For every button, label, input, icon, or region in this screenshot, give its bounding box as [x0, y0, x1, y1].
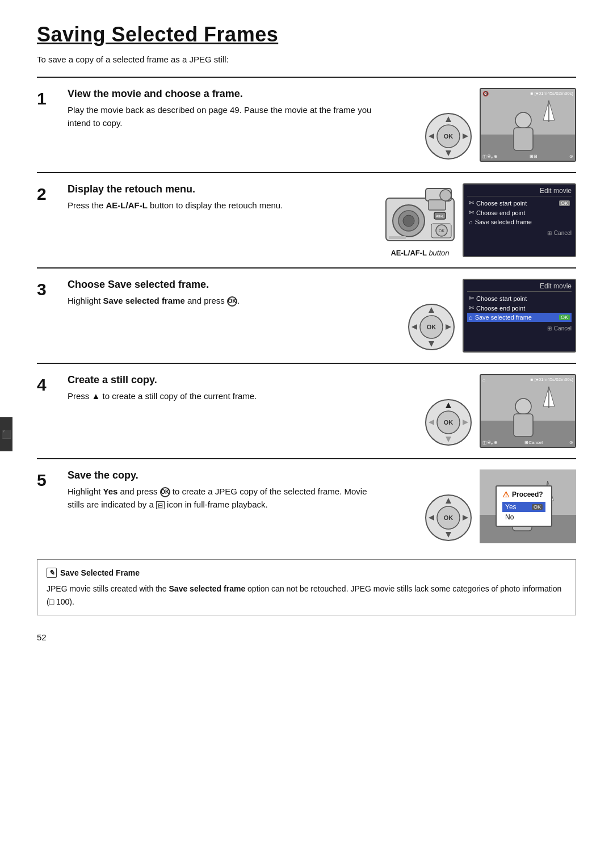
step-3: 3 Choose Save selected frame. Highlight …: [37, 267, 576, 363]
control-wheel-1: OK: [423, 111, 474, 162]
note-body: JPEG movie stills created with the Save …: [47, 582, 566, 608]
step-4-content: Create a still copy. Press ▲ to create a…: [68, 374, 373, 402]
status-bar-1: 🔇 ■ [●01m45s/02m30s]: [482, 91, 573, 97]
step-4-title: Create a still copy.: [68, 374, 373, 386]
step-1-images: OK: [383, 88, 576, 162]
yes-option: Yes OK: [502, 502, 545, 512]
ae-l-af-l-ref: AE-L/AF-L: [106, 200, 148, 210]
svg-text:OK: OK: [444, 419, 454, 426]
svg-text:OK: OK: [444, 514, 454, 521]
svg-point-12: [515, 112, 531, 128]
menu-screen-step2: Edit movie ✄ Choose start point OK ✄ Cho…: [463, 183, 576, 257]
svg-text:OK: OK: [444, 133, 454, 140]
step-1-title: View the movie and choose a frame.: [68, 88, 373, 100]
camera-body-svg: AE-L OK: [383, 184, 457, 246]
step-2: 2 Display the retouch menu. Press the AE…: [37, 172, 576, 267]
screen-step5-container: ⚠ Proceed? Yes OK No: [480, 469, 576, 543]
step-5-images: OK ⚠: [383, 469, 576, 543]
ok-badge-yes: OK: [532, 504, 543, 510]
step-2-desc: Press the AE-L/AF-L button to display th…: [68, 199, 373, 212]
step-5-content: Save the copy. Highlight Yes and press O…: [68, 469, 373, 511]
screen-bg-1: [481, 89, 576, 162]
step-4-images: OK ⌂ ■ [●01m45s/0: [383, 374, 576, 448]
step-5-number: 5: [37, 471, 57, 489]
page-title: Saving Selected Frames: [37, 23, 576, 47]
no-option: No: [502, 512, 545, 522]
movie-still-icon: ⊟: [156, 501, 165, 509]
step-1: 1 View the movie and choose a frame. Pla…: [37, 77, 576, 172]
intro-text: To save a copy of a selected frame as a …: [37, 54, 576, 64]
step-5-desc: Highlight Yes and press OK to create a J…: [68, 485, 373, 511]
step-2-content: Display the retouch menu. Press the AE-L…: [68, 183, 373, 212]
step-1-desc: Play the movie back as described on page…: [68, 103, 373, 130]
screen-step1: 🔇 ■ [●01m45s/02m30s] ◫④ᵩ ⊕ ⊞⊟ ⊙: [480, 88, 576, 162]
proceed-label: ⚠ Proceed?: [502, 490, 545, 499]
page-number: 52: [37, 632, 576, 642]
svg-point-17: [403, 215, 414, 227]
svg-point-46: [515, 399, 531, 414]
bottom-bar-4: ◫④ᵩ ⊕ ⊞Cancel ⊙: [482, 440, 573, 445]
control-wheel-4: OK: [423, 397, 474, 448]
ok-circle-5: OK: [160, 487, 170, 497]
svg-rect-13: [514, 128, 533, 150]
svg-point-20: [440, 190, 451, 201]
step-4: 4 Create a still copy. Press ▲ to create…: [37, 363, 576, 458]
cancel-row-3: ⊞ Cancel: [467, 325, 572, 332]
bookmark-icon: ⬛: [2, 430, 11, 439]
step-1-content: View the movie and choose a frame. Play …: [68, 88, 373, 130]
bottom-bar-1: ◫④ᵩ ⊕ ⊞⊟ ⊙: [482, 154, 573, 159]
step-2-images: AE-L OK AE-L/AF-L button Edit movie ✄: [383, 183, 576, 257]
ae-l-label: AE-L/AF-L button: [391, 249, 449, 257]
status-bar-4: ⌂ ■ [●01m45s/02m30s]: [482, 377, 573, 383]
ok-badge-3-3: OK: [559, 315, 570, 320]
menu-item-2-1: ✄ Choose start point OK: [467, 198, 572, 208]
note-box: ✎ Save Selected Frame JPEG movie stills …: [37, 559, 576, 615]
control-wheel-3: OK: [406, 301, 457, 353]
svg-text:OK: OK: [427, 324, 436, 330]
ok-circle-3: OK: [227, 296, 237, 307]
step-2-number: 2: [37, 184, 57, 203]
step-5-title: Save the copy.: [68, 469, 373, 481]
step-3-images: OK Edit movie ✄ Choose start point ✄ Cho…: [383, 279, 576, 353]
svg-rect-19: [429, 200, 446, 210]
step-3-desc: Highlight Save selected frame and press …: [68, 294, 373, 307]
menu-item-3-1: ✄ Choose start point: [467, 293, 572, 303]
ok-badge-2-1: OK: [559, 200, 570, 206]
proceed-dialog: ⚠ Proceed? Yes OK No: [496, 485, 552, 527]
step-3-number: 3: [37, 280, 57, 299]
step-5: 5 Save the copy. Highlight Yes and press…: [37, 458, 576, 553]
step-4-desc: Press ▲ to create a still copy of the cu…: [68, 389, 373, 402]
menu-item-3-3: ⌂ Save selected frame OK: [467, 313, 572, 322]
menu-title-3: Edit movie: [467, 282, 572, 292]
menu-title-2: Edit movie: [467, 187, 572, 196]
svg-rect-26: [389, 236, 406, 239]
menu-item-2-2: ✄ Choose end point: [467, 208, 572, 217]
cancel-row-2: ⊞ Cancel: [467, 230, 572, 236]
menu-item-3-2: ✄ Choose end point: [467, 303, 572, 313]
svg-rect-47: [514, 414, 533, 437]
svg-text:AE-L: AE-L: [436, 215, 444, 218]
control-wheel-5: OK: [423, 492, 474, 543]
left-bookmark-tab: ⬛: [0, 417, 12, 451]
step-1-number: 1: [37, 89, 57, 108]
screen-step4: ⌂ ■ [●01m45s/02m30s] ◫④ᵩ ⊕ ⊞Cancel ⊙: [480, 374, 576, 448]
note-icon: ✎: [47, 568, 57, 578]
note-title: ✎ Save Selected Frame: [47, 567, 566, 579]
menu-screen-step3: Edit movie ✄ Choose start point ✄ Choose…: [463, 279, 576, 353]
svg-text:OK: OK: [439, 229, 444, 233]
screen-bg-4: [481, 375, 576, 448]
menu-item-2-3: ⌂ Save selected frame: [467, 217, 572, 227]
step-3-content: Choose Save selected frame. Highlight Sa…: [68, 279, 373, 307]
step-4-number: 4: [37, 375, 57, 394]
step-3-title: Choose Save selected frame.: [68, 279, 373, 291]
step-2-title: Display the retouch menu.: [68, 183, 373, 195]
camera-body-container: AE-L OK AE-L/AF-L button: [383, 184, 457, 257]
